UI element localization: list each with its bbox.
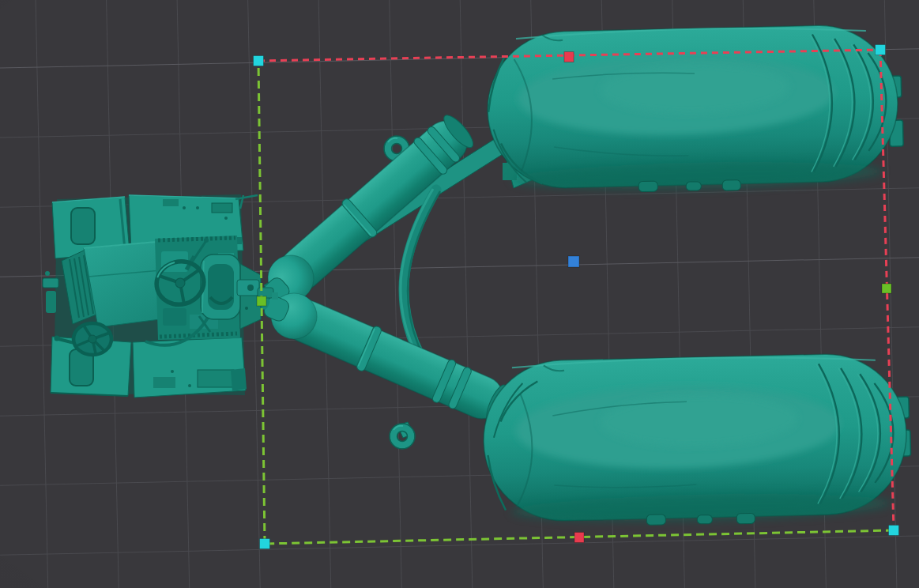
selection-handle-mid-right[interactable] [882,284,891,293]
selection-gizmo [0,0,919,588]
selection-handle-top-center[interactable] [564,52,574,62]
selection-handle-bottom-right[interactable] [889,526,899,536]
selection-handle-center[interactable] [568,256,579,267]
selection-handle-top-right[interactable] [876,45,886,55]
selection-handle-mid-left[interactable] [257,296,266,306]
selection-handle-bottom-center[interactable] [574,533,584,543]
selection-handle-bottom-left[interactable] [260,539,270,549]
3d-viewport[interactable] [0,0,919,588]
selection-handle-top-left[interactable] [254,56,264,66]
